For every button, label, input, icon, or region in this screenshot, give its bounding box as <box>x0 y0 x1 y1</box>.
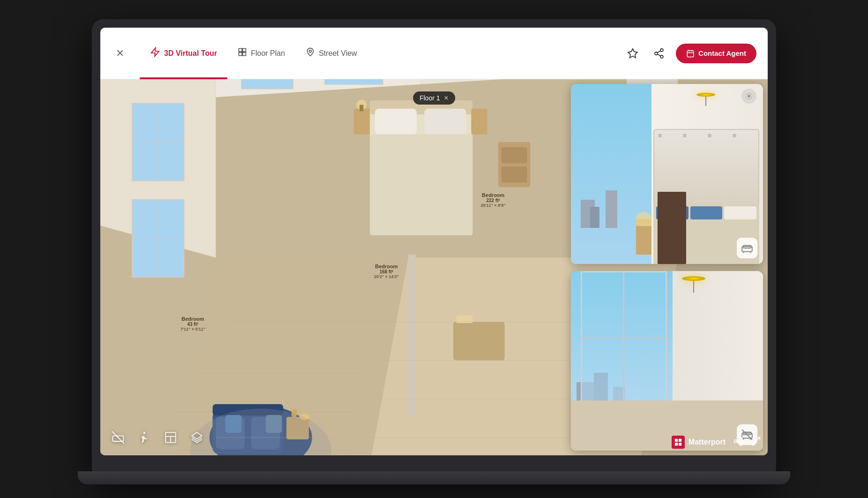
svg-line-89 <box>737 438 740 440</box>
svg-rect-37 <box>241 79 293 89</box>
matterport-brand-name: Matterport <box>688 438 726 446</box>
svg-rect-63 <box>498 142 530 187</box>
favorite-button[interactable] <box>623 44 642 63</box>
svg-point-85 <box>740 437 742 439</box>
svg-rect-51 <box>292 409 297 417</box>
svg-rect-38 <box>241 79 293 89</box>
svg-rect-74 <box>112 436 123 442</box>
nav-tabs: 3D Virtual Tour Floor Plan <box>140 28 623 79</box>
svg-rect-49 <box>266 415 282 433</box>
street-view-tab-icon <box>306 47 315 59</box>
svg-rect-3 <box>239 53 242 56</box>
floor-chip-close[interactable]: ✕ <box>444 95 449 101</box>
svg-rect-48 <box>225 415 241 433</box>
svg-point-87 <box>740 443 742 445</box>
floor-plan-tab-icon <box>238 47 247 59</box>
floor-label: Floor 1 <box>419 94 440 102</box>
room-label-bedroom-2: Bedroom 168 ft² 20'2" × 14'2" <box>374 264 399 279</box>
svg-line-91 <box>752 442 755 445</box>
room-label-bedroom-3: Bedroom 222 ft² 25'11" × 8'6" <box>481 192 506 208</box>
svg-point-52 <box>299 414 309 420</box>
svg-rect-50 <box>286 417 309 439</box>
svg-line-90 <box>757 437 760 440</box>
photo-panel-bedroom[interactable] <box>571 84 763 264</box>
matterport-logo: Matterport <box>672 436 726 449</box>
bottom-toolbar <box>110 429 205 446</box>
tab-3d-label: 3D Virtual Tour <box>164 49 217 58</box>
app-header: ✕ 3D Virtual Tour <box>100 28 768 79</box>
settings-button[interactable] <box>741 89 756 104</box>
svg-rect-56 <box>375 109 417 135</box>
close-button[interactable]: ✕ <box>112 45 128 62</box>
contact-agent-button[interactable]: Contact Agent <box>676 44 756 63</box>
svg-line-88 <box>737 442 740 444</box>
svg-rect-12 <box>687 51 694 57</box>
svg-rect-82 <box>679 439 681 442</box>
svg-rect-34 <box>132 200 184 277</box>
svg-rect-83 <box>675 443 678 445</box>
svg-rect-1 <box>239 49 242 52</box>
svg-point-76 <box>143 432 145 434</box>
svg-marker-18 <box>165 257 408 455</box>
svg-rect-33 <box>132 200 184 277</box>
empty-room-photo <box>571 271 763 451</box>
svg-rect-28 <box>408 255 416 415</box>
svg-rect-62 <box>359 105 363 112</box>
svg-rect-92 <box>742 246 752 251</box>
svg-rect-64 <box>501 147 527 163</box>
laptop-frame: ✕ 3D Virtual Tour <box>92 19 776 479</box>
svg-rect-40 <box>325 79 382 84</box>
svg-rect-47 <box>213 404 284 416</box>
svg-rect-30 <box>132 104 184 181</box>
svg-rect-67 <box>456 316 472 323</box>
svg-marker-0 <box>151 48 159 56</box>
laptop-notch <box>415 19 453 24</box>
walk-mode-button[interactable] <box>136 429 153 446</box>
svg-marker-6 <box>628 49 637 58</box>
svg-rect-54 <box>370 107 472 235</box>
svg-point-9 <box>660 55 663 58</box>
svg-point-86 <box>734 440 737 443</box>
svg-marker-25 <box>216 79 421 97</box>
tab-street-view[interactable]: Street View <box>295 28 367 79</box>
svg-rect-84 <box>679 443 681 445</box>
svg-marker-24 <box>100 79 216 257</box>
svg-rect-29 <box>132 104 184 181</box>
svg-rect-45 <box>216 417 245 449</box>
matterport-logo-icon <box>672 436 685 449</box>
no-furniture-toggle[interactable] <box>110 429 127 446</box>
svg-line-10 <box>658 54 661 56</box>
svg-rect-66 <box>453 322 505 360</box>
svg-rect-57 <box>424 109 466 135</box>
matterport-branding: Matterport <box>672 436 761 449</box>
share-button[interactable] <box>650 44 668 63</box>
svg-point-73 <box>748 95 750 97</box>
photo-panels <box>571 79 768 455</box>
contact-calendar-icon <box>686 49 695 58</box>
svg-line-11 <box>658 51 661 53</box>
svg-rect-81 <box>675 439 678 442</box>
tab-3d-virtual-tour[interactable]: 3D Virtual Tour <box>140 28 227 79</box>
floor-plan-view[interactable]: Floor 1 ✕ Bedroom 43 ft² 7'11" × 5'11" <box>100 79 768 455</box>
svg-rect-46 <box>251 417 280 449</box>
svg-rect-59 <box>354 109 370 135</box>
floor-selector-chip[interactable]: Floor 1 ✕ <box>413 91 455 105</box>
svg-point-61 <box>356 100 367 110</box>
sofa-icon-panel-1[interactable] <box>737 238 757 258</box>
svg-rect-65 <box>501 166 527 182</box>
svg-rect-44 <box>213 412 284 453</box>
laptop-base <box>78 471 790 484</box>
tab-floor-plan-label: Floor Plan <box>251 49 285 58</box>
svg-rect-2 <box>243 49 246 52</box>
svg-point-53 <box>190 408 331 455</box>
tab-floor-plan[interactable]: Floor Plan <box>227 28 295 79</box>
floorplan-mode-button[interactable] <box>162 429 179 446</box>
photo-panel-empty-room[interactable] <box>571 271 763 451</box>
matterport-expand-button[interactable] <box>751 436 761 449</box>
matterport-share-button[interactable] <box>733 436 743 449</box>
settings-icon <box>746 93 752 99</box>
layers-button[interactable] <box>188 429 205 446</box>
svg-point-8 <box>655 52 658 55</box>
header-actions: Contact Agent <box>623 44 756 63</box>
svg-rect-39 <box>325 79 382 84</box>
